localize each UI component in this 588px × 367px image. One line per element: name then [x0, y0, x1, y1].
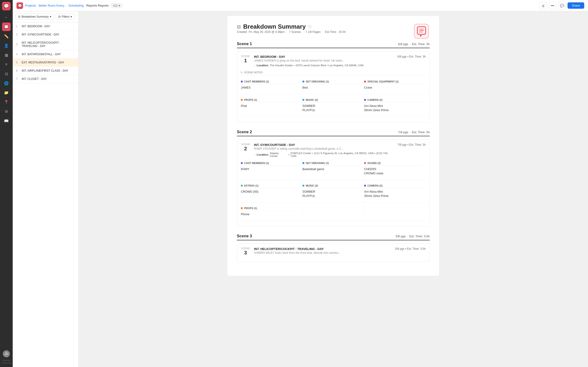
scene-list: 1 INT. BEDROOM - DAY 2 INT. GYM/COURTSID…	[13, 22, 78, 367]
scene-header: Scene 3 5/8 pgs · Est. Time: 3.5h	[237, 234, 430, 240]
comment-button[interactable]: 💬	[558, 2, 566, 9]
category-dot	[241, 207, 243, 209]
scene-number-big: 3	[244, 250, 247, 256]
scene-list-item[interactable]: 4 INT. BATHROOM/STALL - DAY	[13, 50, 78, 58]
breakdown-col-header: MUSIC (2)	[303, 184, 361, 188]
made-by-label: Made By Leanometry	[0, 358, 13, 365]
nav-folder[interactable]: 📁	[2, 88, 11, 97]
scene-header: Scene 1 6/8 pgs · Est. Time: 3h	[237, 42, 430, 48]
report-meta: Created Fri, May 29, 2020 @ 4:38pm · 7 S…	[237, 30, 346, 33]
nav-edit[interactable]: ✏️	[2, 32, 11, 40]
report-title: Breakdown Summary	[243, 23, 306, 30]
scene-card: SCENE 2 INT. GYM/COURTSIDE - DAY RAMY YO…	[237, 140, 430, 227]
scene-list-num: 4	[16, 53, 19, 56]
breakdown-item: PLAYFUL	[303, 194, 361, 198]
report-logo-svg	[413, 23, 430, 40]
more-icon: •••	[551, 4, 554, 8]
notes-toggle-label: SCENE NOTES	[244, 71, 263, 74]
category-dot	[303, 162, 304, 164]
version-label: v11	[113, 4, 118, 7]
breakdown-item: 35mm Zeiss Prime	[364, 108, 423, 112]
breakdown-item: Bed	[303, 85, 361, 90]
breadcrumb-sep-3: ›	[85, 4, 85, 7]
scene-card-top: SCENE 2 INT. GYM/COURTSIDE - DAY RAMY YO…	[241, 143, 426, 158]
nav-sliders[interactable]: ⚙	[2, 107, 11, 116]
breakdown-col-header: CAMERA (2)	[364, 99, 423, 102]
nav-users[interactable]: 👤	[2, 41, 11, 50]
breadcrumb-project-name[interactable]: Better Ruins Every..	[39, 4, 66, 7]
scene-header: Scene 2 7/8 pgs · Est. Time: 5h	[237, 130, 430, 136]
scene-list-label: INT. BATHROOM/STALL - DAY	[22, 53, 61, 56]
scene-pages: 5/8 pgs	[396, 234, 406, 238]
version-badge[interactable]: v11 ▾	[111, 3, 122, 8]
nav-chat[interactable]: 💬	[2, 23, 11, 31]
nav-pin[interactable]: 📍	[2, 98, 11, 106]
nav-board[interactable]: ▦	[2, 51, 11, 59]
notes-toggle-icon: ▷	[241, 71, 243, 74]
info-icon[interactable]: ⓘ	[308, 25, 311, 29]
scene-meta-right: 5/8 pgs · Est. Time: 3.5h	[396, 234, 430, 238]
nav-globe[interactable]: 🌐	[2, 79, 11, 87]
scene-card-title: INT. BEDROOM - DAY	[254, 55, 394, 58]
scene-list-item[interactable]: 3 INT. HELICOPTER/COCKPIT - TRAVELING - …	[13, 39, 78, 50]
scene-section: Scene 3 5/8 pgs · Est. Time: 3.5h SCENE …	[237, 234, 430, 262]
scene-list-num: 3	[16, 43, 19, 46]
nav-book[interactable]: 📖	[2, 117, 11, 125]
scene-list-item[interactable]: 6 INT. AIRPLANE/FIRST CLASS - DAY	[13, 67, 78, 75]
nav-back[interactable]: ←	[2, 13, 11, 22]
breadcrumb-projects[interactable]: Projects	[25, 4, 36, 7]
nav-logo-button[interactable]: 💬	[17, 2, 23, 9]
scene-list-label: INT. AIRPLANE/FIRST CLASS - DAY	[22, 69, 68, 72]
location-sep: •	[294, 64, 295, 67]
left-panel: ⊟ Breakdown Summary ▾ ⊟ Filters ▾ 1 INT.…	[13, 11, 78, 367]
filters-button[interactable]: ⊟ Filters ▾	[56, 14, 75, 20]
scene-number-big: 1	[244, 58, 247, 64]
scene-card-top-right: 6/8 pgs • Est. Time: 3h	[398, 55, 426, 67]
scene-number-box: SCENE 3	[241, 247, 250, 256]
print-button[interactable]: 🖨	[539, 2, 547, 9]
breakdown-summary-button[interactable]: ⊟ Breakdown Summary ▾	[16, 14, 54, 20]
category-dot	[241, 185, 243, 187]
category-label: SET DRESSING (1)	[306, 80, 329, 83]
more-button[interactable]: •••	[549, 2, 556, 9]
breakdown-item: PLAYFUL	[303, 108, 361, 112]
scene-list-item[interactable]: 5 EXT. RESTAURANT/PATIO - DAY	[13, 58, 78, 67]
filters-chevron-icon: ▾	[70, 15, 72, 18]
location-sep: •	[289, 153, 290, 156]
scene-list-item[interactable]: 2 INT. GYM/COURTSIDE - DAY	[13, 31, 78, 39]
nav-grid[interactable]: ⊟	[2, 70, 11, 78]
created-value: Fri, May 29, 2020 @ 4:38pm	[249, 30, 285, 33]
category-label: EXTRAS (1)	[244, 184, 259, 187]
breakdown-item: Basketball game	[303, 167, 361, 171]
est-time-label: Est Time:	[325, 30, 337, 33]
scenes-container: Scene 1 6/8 pgs · Est. Time: 3h SCENE 1 …	[237, 42, 430, 262]
location-address: STAPLES Center • 1111 S Figueroa St, Los…	[290, 152, 394, 158]
scene-title: Scene 2	[237, 130, 252, 134]
scene-list-item[interactable]: 1 INT. BEDROOM - DAY	[13, 22, 78, 31]
breadcrumb-scheduling[interactable]: Scheduling	[69, 4, 84, 7]
share-button[interactable]: Share	[568, 2, 584, 9]
nav-layers[interactable]: ≡	[2, 60, 11, 69]
scene-meta-right: 6/8 pgs · Est. Time: 3h	[398, 42, 430, 46]
scene-notes-toggle[interactable]: ▷ SCENE NOTES	[241, 69, 426, 75]
scene-list-num: 2	[16, 33, 19, 36]
scene-dot: ·	[410, 130, 411, 134]
app-logo[interactable]: 💬	[2, 2, 11, 10]
breakdown-label: Breakdown Summary	[22, 15, 49, 18]
scene-number-box: SCENE 2	[241, 143, 250, 158]
breakdown-item: RAMY	[241, 167, 299, 171]
pages-count: 7 1/8 Pages	[305, 30, 320, 33]
breakdown-col: SOUND (2) CHEERSCROWD noise	[364, 160, 426, 177]
scene-list-num: 6	[16, 69, 19, 72]
scene-dot: ·	[410, 42, 411, 46]
print-icon: 🖨	[541, 4, 545, 8]
location-address: 2370 Laurel Canyon Blvd • Los Angeles, C…	[296, 64, 364, 67]
breadcrumb-sep-1: ›	[37, 4, 38, 7]
scene-list-item[interactable]: 7 INT. CLOSET - DAY	[13, 75, 78, 83]
scene-pages: 6/8 pgs	[398, 42, 408, 46]
report-area[interactable]: ⊟ Breakdown Summary ⓘ Created Fri, May 2…	[78, 11, 588, 367]
user-avatar[interactable]: JD	[3, 350, 10, 357]
scene-pages: 7/8 pgs	[398, 130, 408, 134]
category-dot	[364, 81, 366, 83]
scene-card-info: INT. BEDROOM - DAY JAMES HARDEN is lying…	[254, 55, 394, 67]
